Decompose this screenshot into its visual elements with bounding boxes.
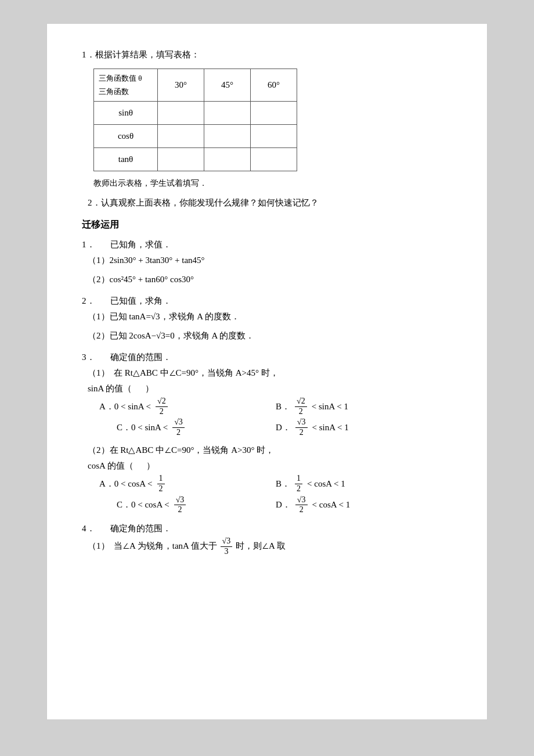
choice-B: B．√22 < sinA < 1	[276, 397, 452, 417]
q1-block: 1． 已知角，求值． （1）2sin30° + 3tan30° + tan45°…	[82, 237, 452, 287]
row-cos: cosθ	[94, 124, 158, 147]
section2-title: 迁移运用	[82, 217, 452, 233]
choice-C2: C．0 < cosA < √32	[117, 495, 276, 516]
q4-block: 4． 确定角的范围． （1） 当∠A 为锐角，tanA 值大于 √33 时，则∠…	[82, 521, 452, 557]
q1-intro: 1．根据计算结果，填写表格：	[82, 47, 452, 63]
q4-header: 4． 确定角的范围．	[82, 521, 452, 537]
choice-A2: A．0 < cosA < 12	[99, 474, 276, 494]
trig-value-table: 三角函数值 θ 三角函数 30° 45° 60° sinθ cosθ	[93, 69, 297, 171]
col-60: 60°	[251, 69, 297, 102]
choice-D2: D．√32 < cosA < 1	[276, 495, 452, 516]
sin-30-val	[158, 101, 204, 124]
cos-60-val	[251, 124, 297, 147]
tan-60-val	[251, 147, 297, 171]
main-page: 1．根据计算结果，填写表格： 三角函数值 θ 三角函数 30° 45° 60° …	[46, 23, 488, 720]
q2-sub1: （1）已知 tanA=√3，求锐角 A 的度数．	[88, 309, 452, 325]
q1-sub2: （2）cos²45° + tan60° cos30°	[88, 272, 452, 287]
q3-sub1-choices: A．0 < sinA < √22 B．√22 < sinA < 1 C．0 < …	[99, 397, 452, 438]
col-45: 45°	[204, 69, 251, 102]
section2-block: 迁移运用 1． 已知角，求值． （1）2sin30° + 3tan30° + t…	[82, 217, 452, 557]
cos-30-val	[158, 124, 204, 147]
sin-45-val	[204, 101, 251, 124]
q3-sub2-choices: A．0 < cosA < 12 B．12 < cosA < 1 C．0 < co…	[99, 474, 452, 515]
choice-B2: B．12 < cosA < 1	[276, 474, 452, 494]
choice-D: D．√32 < sinA < 1	[276, 417, 452, 438]
q4-sub1: （1） 当∠A 为锐角，tanA 值大于 √33 时，则∠A 取	[88, 537, 452, 557]
row-tan: tanθ	[94, 147, 158, 171]
q2-header: 2． 已知值，求角．	[82, 293, 452, 309]
tan-45-val	[204, 147, 251, 171]
col-30: 30°	[158, 69, 204, 102]
q1-sub1: （1）2sin30° + 3tan30° + tan45°	[88, 253, 452, 268]
q1-sub2: 2．认真观察上面表格，你能发现什么规律？如何快速记忆？	[88, 195, 452, 211]
q3-block: 3． 确定值的范围． （1） 在 Rt△ABC 中∠C=90°，当锐角 A>45…	[82, 350, 452, 515]
q3-header: 3． 确定值的范围．	[82, 350, 452, 365]
table-note: 教师出示表格，学生试着填写．	[93, 176, 452, 190]
table-header-cell: 三角函数值 θ 三角函数	[94, 69, 158, 102]
tan-30-val	[158, 147, 204, 171]
sin-60-val	[251, 101, 297, 124]
section1-block: 1．根据计算结果，填写表格： 三角函数值 θ 三角函数 30° 45° 60° …	[82, 47, 452, 211]
q2-block: 2． 已知值，求角． （1）已知 tanA=√3，求锐角 A 的度数． （2）已…	[82, 293, 452, 344]
q2-sub2: （2）已知 2cosA−√3=0，求锐角 A 的度数．	[88, 328, 452, 344]
choice-A: A．0 < sinA < √22	[99, 397, 276, 417]
row-sin: sinθ	[94, 101, 158, 124]
q1-header: 1． 已知角，求值．	[82, 237, 452, 253]
cos-45-val	[204, 124, 251, 147]
choice-C: C．0 < sinA < √32	[117, 417, 276, 438]
q3-sub2: （2）在 Rt△ABC 中∠C=90°，当锐角 A>30° 时， cosA 的值…	[88, 442, 452, 515]
q3-sub1: （1） 在 Rt△ABC 中∠C=90°，当锐角 A>45° 时， sinA 的…	[88, 365, 452, 438]
